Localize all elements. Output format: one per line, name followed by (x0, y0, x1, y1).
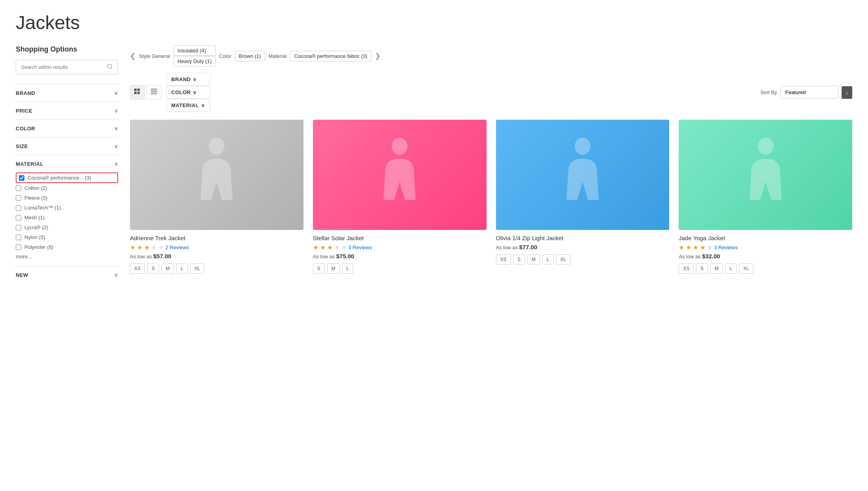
size-btn-xl[interactable]: XL (556, 254, 570, 265)
size-btn-xl[interactable]: XL (190, 263, 205, 274)
layout: Shopping Options BRAND∨PRICE∨COLOR∨SIZE∨… (16, 45, 852, 283)
size-btn-xs[interactable]: XS (496, 254, 511, 265)
filter-header-price[interactable]: PRICE∨ (16, 102, 118, 119)
size-btn-l[interactable]: L (342, 263, 353, 274)
svg-point-13 (758, 137, 774, 155)
svg-line-1 (111, 68, 112, 69)
size-btn-l[interactable]: L (176, 263, 188, 274)
chevron-down-icon: ∨ (201, 103, 205, 108)
reviews-link[interactable]: 3 Reviews (714, 245, 738, 250)
filter-checkbox-material-4[interactable] (16, 215, 21, 220)
product-card: Stellar Solar Jacket★★★★★3 ReviewsAs low… (313, 120, 487, 274)
filter-item[interactable]: Cotton (2) (16, 183, 118, 193)
sort-dropdown-material[interactable]: MATERIAL∨ (166, 99, 210, 112)
active-filter-tag[interactable]: Insulated (4) (173, 45, 216, 56)
filter-more-link[interactable]: more... (16, 252, 118, 261)
search-within-input[interactable] (21, 64, 104, 70)
product-name[interactable]: Adrienne Trek Jacket (130, 235, 304, 241)
filter-label-size: SIZE (16, 143, 28, 149)
product-name[interactable]: Jade Yoga Jacket (679, 235, 852, 241)
product-image[interactable] (130, 120, 304, 230)
size-btn-l[interactable]: L (542, 254, 554, 265)
sort-dropdown-label: COLOR (171, 89, 191, 95)
sort-dropdown-label: BRAND (171, 76, 191, 82)
filter-checkbox-material-1[interactable] (16, 185, 21, 191)
filter-prev-btn[interactable]: ❮ (130, 52, 136, 60)
filter-items-material: Cocona® performance... (3)Cotton (2)Flee… (16, 172, 118, 266)
filter-item[interactable]: Cocona® performance... (3) (16, 172, 118, 183)
list-view-btn[interactable] (146, 85, 161, 100)
size-btn-xs[interactable]: XS (130, 263, 145, 274)
filter-label-price: PRICE (16, 108, 32, 114)
size-btn-l[interactable]: L (725, 263, 737, 274)
sort-desc-btn[interactable]: ↓ (842, 86, 852, 99)
filter-checkbox-material-5[interactable] (16, 225, 21, 230)
filter-item[interactable]: Lycra® (2) (16, 222, 118, 232)
filter-checkbox-material-6[interactable] (16, 235, 21, 240)
filter-item-label: Lycra® (2) (24, 224, 48, 230)
size-btn-s[interactable]: S (147, 263, 159, 274)
filter-item-label: Polyester (6) (24, 244, 54, 250)
size-btn-xs[interactable]: XS (679, 263, 694, 274)
filter-label-new: NEW (16, 272, 28, 278)
filter-item-label: LumaTech™ (1) (24, 205, 61, 211)
star-empty: ★ (151, 244, 157, 251)
size-btn-s[interactable]: S (313, 263, 325, 274)
size-btn-m[interactable]: M (527, 254, 540, 265)
size-btn-m[interactable]: M (161, 263, 174, 274)
active-material-filter-tag[interactable]: Cocona® performance fabric (3) (290, 51, 372, 61)
chevron-color: ∨ (114, 125, 118, 132)
sidebar-title: Shopping Options (16, 45, 118, 54)
product-image[interactable] (679, 120, 852, 230)
product-image[interactable] (313, 120, 487, 230)
filter-header-material[interactable]: MATERIAL∧ (16, 155, 118, 172)
size-btn-m[interactable]: M (327, 263, 340, 274)
product-image[interactable] (496, 120, 670, 230)
filter-label-color: COLOR (16, 126, 35, 132)
filter-checkbox-material-0[interactable] (19, 175, 24, 181)
sidebar: Shopping Options BRAND∨PRICE∨COLOR∨SIZE∨… (16, 45, 118, 283)
size-btn-s[interactable]: S (696, 263, 708, 274)
filter-header-brand[interactable]: BRAND∨ (16, 84, 118, 102)
size-btn-xl[interactable]: XL (739, 263, 753, 274)
filter-header-color[interactable]: COLOR∨ (16, 120, 118, 137)
product-rating: ★★★★★3 Reviews (313, 244, 487, 251)
filter-item[interactable]: Nylon (5) (16, 232, 118, 242)
filter-header-size[interactable]: SIZE∨ (16, 137, 118, 155)
filter-next-btn[interactable]: ❯ (375, 52, 381, 60)
star-filled: ★ (320, 244, 326, 251)
price-value: $32.00 (702, 253, 720, 259)
filter-checkbox-material-7[interactable] (16, 245, 21, 250)
product-name[interactable]: Olivia 1/4 Zip Light Jacket (496, 235, 670, 241)
active-color-filter-tag[interactable]: Brown (1) (235, 51, 265, 61)
sort-dropdown-brand[interactable]: BRAND∨ (166, 73, 210, 86)
price-value: $57.00 (153, 253, 171, 259)
grid-view-btn[interactable] (130, 85, 145, 100)
filter-item[interactable]: Fleece (3) (16, 193, 118, 203)
sort-select[interactable]: Featured Price: Low to High Price: High … (780, 86, 838, 99)
search-within-container[interactable] (16, 60, 118, 74)
svg-point-11 (392, 137, 407, 155)
product-price: As low as $77.00 (496, 244, 670, 250)
main-content: ❮ Style General Insulated (4)Heavy Duty … (130, 45, 852, 283)
star-filled: ★ (130, 244, 135, 251)
active-filter-tag[interactable]: Heavy Duty (1) (173, 56, 216, 67)
svg-rect-5 (137, 92, 140, 94)
product-sizes: XSSMLXL (130, 263, 304, 274)
filter-item[interactable]: LumaTech™ (1) (16, 203, 118, 213)
star-filled: ★ (144, 244, 150, 251)
size-btn-m[interactable]: M (710, 263, 723, 274)
reviews-link[interactable]: 2 Reviews (165, 245, 189, 250)
sort-dropdown-color[interactable]: COLOR∨ (166, 86, 210, 99)
filter-item[interactable]: Polyester (6) (16, 242, 118, 252)
filter-section-size: SIZE∨ (16, 137, 118, 155)
filter-header-new[interactable]: NEW∨ (16, 266, 118, 283)
reviews-link[interactable]: 3 Reviews (348, 245, 372, 250)
filter-item[interactable]: Mesh (1) (16, 213, 118, 222)
chevron-brand: ∨ (114, 90, 118, 96)
filter-checkbox-material-3[interactable] (16, 205, 21, 211)
product-name[interactable]: Stellar Solar Jacket (313, 235, 487, 241)
color-filter-label: Color (219, 53, 231, 59)
filter-checkbox-material-2[interactable] (16, 195, 21, 201)
size-btn-s[interactable]: S (513, 254, 525, 265)
